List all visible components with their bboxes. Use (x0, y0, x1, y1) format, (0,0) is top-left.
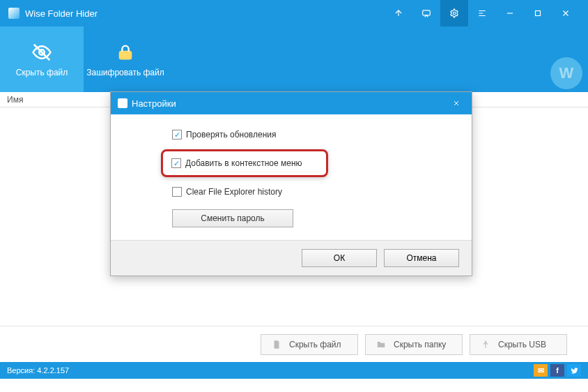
hide-folder-button[interactable]: Скрыть папку (365, 334, 463, 355)
version-label: Версия: 4.2.2.157 (7, 366, 69, 375)
context-menu-checkbox[interactable] (171, 158, 181, 168)
statusbar: Версия: 4.2.2.157 ✉ f (0, 362, 588, 379)
context-menu-label: Добавить в контекстное меню (185, 158, 302, 168)
svg-rect-2 (536, 11, 541, 16)
tab-encrypt-file[interactable]: Зашифровать файл (84, 27, 167, 92)
hide-file-button[interactable]: Скрыть файл (261, 334, 358, 355)
hide-file-icon (31, 41, 53, 63)
main-toolbar: Скрыть файл Зашифровать файл W (0, 27, 588, 92)
bottom-actions: Скрыть файл Скрыть папку Скрыть USB (0, 326, 588, 362)
close-button[interactable] (552, 0, 580, 27)
settings-icon[interactable] (440, 0, 468, 27)
dialog-titlebar: Настройки (111, 92, 472, 114)
check-updates-checkbox[interactable] (172, 130, 182, 140)
watermark-icon: W (550, 57, 582, 89)
ok-label: ОК (334, 253, 345, 263)
menu-icon[interactable] (468, 0, 496, 27)
svg-point-1 (453, 12, 456, 15)
upgrade-icon[interactable] (385, 0, 412, 27)
settings-dialog: Настройки Проверять обновления Добавить … (110, 91, 472, 276)
hide-usb-button[interactable]: Скрыть USB (470, 334, 567, 355)
svg-rect-0 (423, 10, 431, 15)
file-icon (271, 339, 282, 350)
encrypt-file-icon (114, 41, 137, 63)
hide-file-label: Скрыть файл (289, 340, 341, 349)
twitter-icon[interactable] (567, 364, 581, 377)
clear-history-row[interactable]: Clear File Explorer history (172, 187, 410, 197)
check-updates-row[interactable]: Проверять обновления (172, 130, 410, 140)
clear-history-checkbox[interactable] (172, 187, 182, 197)
dialog-footer: ОК Отмена (111, 240, 472, 276)
dialog-close-button[interactable] (448, 95, 465, 112)
cancel-button[interactable]: Отмена (384, 249, 459, 267)
app-title: Wise Folder Hider (25, 8, 385, 19)
context-menu-row[interactable]: Добавить в контекстное меню (171, 158, 318, 168)
change-password-label: Сменить пароль (201, 213, 265, 223)
check-updates-label: Проверять обновления (186, 130, 276, 140)
change-password-button[interactable]: Сменить пароль (172, 209, 293, 227)
app-icon (8, 8, 20, 19)
tab-encrypt-file-label: Зашифровать файл (86, 68, 164, 77)
dialog-title: Настройки (132, 98, 448, 109)
titlebar: Wise Folder Hider (0, 0, 588, 27)
maximize-button[interactable] (524, 0, 552, 27)
usb-icon (480, 339, 491, 350)
context-menu-highlight: Добавить в контекстное меню (161, 149, 328, 177)
tab-hide-file-label: Скрыть файл (16, 68, 68, 77)
hide-folder-label: Скрыть папку (394, 340, 446, 349)
mail-icon[interactable]: ✉ (534, 364, 548, 377)
column-name: Имя (7, 95, 23, 105)
titlebar-buttons (385, 0, 580, 27)
tab-hide-file[interactable]: Скрыть файл (0, 27, 84, 92)
dialog-icon (118, 98, 127, 108)
hide-usb-label: Скрыть USB (498, 340, 546, 349)
ok-button[interactable]: ОК (302, 249, 377, 267)
feedback-icon[interactable] (412, 0, 440, 27)
cancel-label: Отмена (406, 253, 436, 263)
facebook-icon[interactable]: f (550, 364, 564, 377)
dialog-body: Проверять обновления Добавить в контекст… (111, 114, 472, 240)
minimize-button[interactable] (496, 0, 524, 27)
clear-history-label: Clear File Explorer history (186, 187, 282, 197)
svg-rect-4 (120, 52, 131, 59)
folder-icon (376, 339, 387, 350)
